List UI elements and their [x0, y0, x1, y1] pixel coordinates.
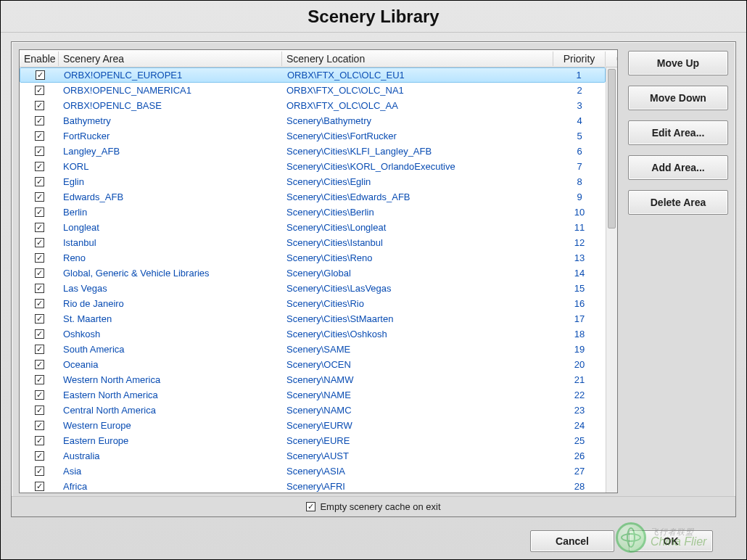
col-header-enable[interactable]: Enable: [20, 52, 59, 66]
enable-checkbox[interactable]: ✓: [35, 116, 44, 125]
table-row[interactable]: ✓IstanbulScenery\Cities\Istanbul12: [20, 235, 606, 250]
enable-checkbox[interactable]: ✓: [35, 299, 44, 308]
table-row[interactable]: ✓RenoScenery\Cities\Reno13: [20, 250, 606, 265]
row-priority-cell: 25: [553, 435, 606, 446]
delete-area-button[interactable]: Delete Area: [628, 190, 728, 215]
row-enable-cell: ✓: [20, 284, 59, 293]
table-row[interactable]: ✓Langley_AFBScenery\Cities\KLFI_Langley_…: [20, 144, 606, 159]
row-location-cell: Scenery\Cities\KORL_OrlandoExecutive: [282, 161, 553, 172]
empty-cache-checkbox[interactable]: ✓: [306, 502, 315, 511]
row-area-cell: Las Vegas: [59, 283, 282, 294]
row-location-cell: Scenery\Cities\Edwards_AFB: [282, 192, 553, 202]
enable-checkbox[interactable]: ✓: [35, 482, 44, 491]
table-row[interactable]: ✓EglinScenery\Cities\Eglin8: [20, 174, 606, 189]
row-area-cell: Australia: [59, 450, 282, 461]
row-location-cell: Scenery\AUST: [282, 450, 553, 461]
row-priority-cell: 11: [553, 222, 606, 233]
move-up-button[interactable]: Move Up: [628, 51, 728, 75]
row-priority-cell: 6: [553, 146, 606, 157]
row-enable-cell: ✓: [20, 192, 59, 202]
table-row[interactable]: ✓Global, Generic & Vehicle LibrariesScen…: [20, 265, 606, 281]
enable-checkbox[interactable]: ✓: [35, 101, 44, 110]
table-row[interactable]: ✓KORLScenery\Cities\KORL_OrlandoExecutiv…: [20, 159, 606, 174]
enable-checkbox[interactable]: ✓: [35, 238, 44, 247]
row-enable-cell: ✓: [20, 116, 59, 125]
enable-checkbox[interactable]: ✓: [35, 329, 44, 339]
row-enable-cell: ✓: [20, 451, 59, 461]
row-area-cell: Bathymetry: [59, 115, 282, 126]
enable-checkbox[interactable]: ✓: [35, 360, 44, 369]
table-row[interactable]: ✓Eastern North AmericaScenery\NAME22: [20, 387, 606, 403]
table-row[interactable]: ✓OceaniaScenery\OCEN20: [20, 357, 606, 372]
row-enable-cell: ✓: [20, 436, 59, 445]
table-row[interactable]: ✓BerlinScenery\Cities\Berlin10: [20, 205, 606, 220]
row-location-cell: Scenery\ASIA: [282, 466, 553, 477]
table-row[interactable]: ✓Rio de JaneiroScenery\Cities\Rio16: [20, 296, 606, 311]
enable-checkbox[interactable]: ✓: [36, 70, 45, 80]
row-enable-cell: ✓: [20, 466, 59, 476]
col-header-priority[interactable]: Priority: [553, 52, 606, 66]
col-header-location[interactable]: Scenery Location: [282, 52, 553, 66]
enable-checkbox[interactable]: ✓: [35, 451, 44, 461]
cancel-button[interactable]: Cancel: [530, 530, 614, 552]
table-row[interactable]: ✓Eastern EuropeScenery\EURE25: [20, 433, 606, 448]
enable-checkbox[interactable]: ✓: [35, 223, 44, 232]
table-row[interactable]: ✓ORBX!OPENLC_NAMERICA1ORBX\FTX_OLC\OLC_N…: [20, 83, 606, 98]
row-area-cell: Eastern Europe: [59, 435, 282, 446]
enable-checkbox[interactable]: ✓: [35, 207, 44, 217]
row-priority-cell: 4: [553, 115, 606, 126]
ok-button[interactable]: OK: [629, 530, 713, 552]
enable-checkbox[interactable]: ✓: [35, 177, 44, 186]
vertical-scrollbar[interactable]: [606, 67, 617, 493]
enable-checkbox[interactable]: ✓: [35, 192, 44, 202]
enable-checkbox[interactable]: ✓: [35, 466, 44, 476]
enable-checkbox[interactable]: ✓: [35, 375, 44, 384]
table-row[interactable]: ✓Western North AmericaScenery\NAMW21: [20, 372, 606, 387]
row-priority-cell: 18: [553, 329, 606, 339]
move-down-button[interactable]: Move Down: [628, 86, 728, 110]
table-row[interactable]: ✓FortRuckerScenery\Cities\FortRucker5: [20, 128, 606, 144]
col-header-area[interactable]: Scenery Area: [59, 52, 282, 66]
enable-checkbox[interactable]: ✓: [35, 162, 44, 171]
edit-area-button[interactable]: Edit Area...: [628, 120, 728, 145]
table-row[interactable]: ✓Central North AmericaScenery\NAMC23: [20, 403, 606, 418]
table-header: Enable Scenery Area Scenery Location Pri…: [20, 50, 617, 67]
table-row[interactable]: ✓St. MaartenScenery\Cities\StMaarten17: [20, 311, 606, 326]
enable-checkbox[interactable]: ✓: [35, 314, 44, 324]
table-row[interactable]: ✓BathymetryScenery\Bathymetry4: [20, 113, 606, 128]
enable-checkbox[interactable]: ✓: [35, 405, 44, 415]
table-row[interactable]: ✓ORBX!OPENLC_EUROPE1ORBX\FTX_OLC\OLC_EU1…: [20, 67, 606, 83]
row-location-cell: Scenery\Cities\Eglin: [282, 176, 553, 187]
table-row[interactable]: ✓LongleatScenery\Cities\Longleat11: [20, 220, 606, 235]
row-priority-cell: 28: [553, 481, 606, 492]
enable-checkbox[interactable]: ✓: [35, 268, 44, 278]
enable-checkbox[interactable]: ✓: [35, 436, 44, 445]
table-row[interactable]: ✓South AmericaScenery\SAME19: [20, 342, 606, 357]
table-row[interactable]: ✓AfricaScenery\AFRI28: [20, 479, 606, 493]
enable-checkbox[interactable]: ✓: [35, 390, 44, 400]
enable-checkbox[interactable]: ✓: [35, 421, 44, 430]
row-priority-cell: 1: [553, 70, 605, 81]
table-row[interactable]: ✓Las VegasScenery\Cities\LasVegas15: [20, 281, 606, 296]
enable-checkbox[interactable]: ✓: [35, 131, 44, 141]
add-area-button[interactable]: Add Area...: [628, 155, 728, 180]
enable-checkbox[interactable]: ✓: [35, 284, 44, 293]
scrollbar-thumb[interactable]: [608, 69, 616, 228]
enable-checkbox[interactable]: ✓: [35, 345, 44, 354]
row-area-cell: Longleat: [59, 222, 282, 233]
table-row[interactable]: ✓ORBX!OPENLC_BASEORBX\FTX_OLC\OLC_AA3: [20, 98, 606, 113]
table-row[interactable]: ✓OshkoshScenery\Cities\Oshkosh18: [20, 326, 606, 342]
table-row[interactable]: ✓AustraliaScenery\AUST26: [20, 448, 606, 464]
table-row[interactable]: ✓AsiaScenery\ASIA27: [20, 464, 606, 479]
enable-checkbox[interactable]: ✓: [35, 86, 44, 95]
enable-checkbox[interactable]: ✓: [35, 147, 44, 156]
row-enable-cell: ✓: [20, 421, 59, 430]
row-location-cell: Scenery\Bathymetry: [282, 115, 553, 126]
table-row[interactable]: ✓Edwards_AFBScenery\Cities\Edwards_AFB9: [20, 189, 606, 205]
enable-checkbox[interactable]: ✓: [35, 253, 44, 263]
row-enable-cell: ✓: [20, 238, 59, 247]
footer-option: ✓ Empty scenery cache on exit: [12, 496, 735, 516]
row-location-cell: Scenery\NAME: [282, 390, 553, 400]
row-priority-cell: 15: [553, 283, 606, 294]
table-row[interactable]: ✓Western EuropeScenery\EURW24: [20, 418, 606, 433]
